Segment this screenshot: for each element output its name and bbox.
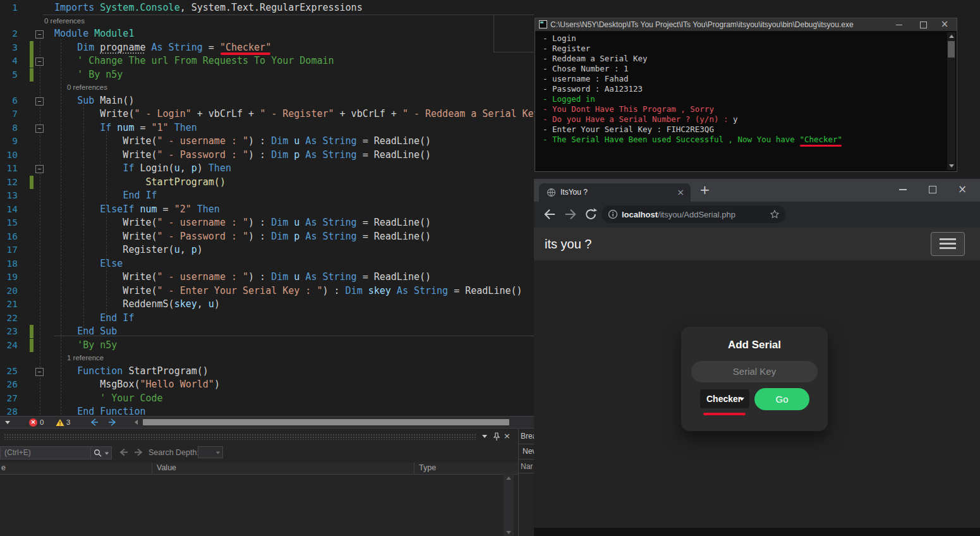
fold-collapse-icon[interactable]: − (35, 97, 44, 106)
fold-collapse-icon[interactable]: − (35, 165, 44, 173)
line-number: 19 (0, 271, 18, 284)
reload-icon[interactable] (584, 207, 598, 221)
divider (519, 459, 535, 460)
code-text: ' Change The url From Requests To Your D… (54, 54, 334, 68)
maximize-button[interactable] (914, 18, 933, 31)
line-number: 1 (0, 1, 18, 15)
search-options-caret-icon (105, 453, 109, 455)
code-text: Write(" - username : ") : Dim u As Strin… (54, 135, 431, 149)
dropdown-caret-icon[interactable] (5, 421, 10, 424)
line-number: 20 (0, 284, 18, 298)
tab-title: ItsYou ? (560, 187, 588, 197)
hamburger-line (940, 247, 956, 249)
close-button[interactable]: × (935, 18, 954, 31)
line-number: 3 (0, 41, 18, 55)
console-line: - username : Fahad (543, 74, 944, 84)
console-line: - Password : Aa123123 (543, 84, 944, 94)
panel-menu-caret-icon[interactable] (482, 435, 487, 438)
browser-tab[interactable]: ItsYou ? × (539, 183, 691, 202)
change-tracking-bar (30, 325, 33, 338)
close-panel-icon[interactable]: × (504, 431, 511, 441)
console-titlebar[interactable]: C:\Users\N5Y\Desktop\ITs You Project\ITs… (535, 18, 957, 31)
address-bar[interactable]: localhost/itsyou/AddSerial.php (602, 205, 785, 223)
watch-back-icon[interactable] (118, 448, 128, 456)
program-select[interactable]: Checker (700, 389, 749, 408)
console-scrollbar[interactable] (947, 32, 955, 170)
desktop: 1Imports System.Console, System.Text.Reg… (0, 0, 980, 536)
site-brand[interactable]: its you ? (545, 236, 591, 252)
watch-search-input[interactable]: (Ctrl+E) (0, 446, 95, 460)
fold-collapse-icon[interactable]: − (35, 58, 44, 66)
code-text: ' By n5y (54, 68, 123, 82)
fold-collapse-icon[interactable]: − (35, 30, 44, 39)
minimize-button[interactable] (890, 18, 909, 31)
code-text: Sub Main() (54, 94, 134, 108)
window-minimize-icon[interactable] (899, 189, 907, 190)
line-number: 27 (0, 392, 18, 406)
code-text: End Sub (54, 325, 117, 339)
tab-close-icon[interactable]: × (677, 187, 684, 197)
search-button[interactable] (90, 446, 112, 460)
red-marker-underline (703, 413, 746, 415)
console-line: - Enter Your Serial Key : FIHC2RE3QG (543, 125, 944, 135)
globe-favicon (547, 188, 556, 197)
code-text: ReddenmS(skey, u) (54, 298, 220, 312)
browser-window: ItsYou ? × + × localhost/itsyou/AddSeria… (534, 179, 980, 536)
back-icon[interactable] (543, 208, 557, 221)
watch-col-value[interactable]: Value (157, 463, 176, 473)
change-tracking-bar (30, 176, 33, 189)
scroll-up-icon (949, 35, 954, 38)
code-text: StartProgram() (54, 176, 226, 190)
navigate-back-icon[interactable] (90, 418, 99, 426)
error-icon[interactable]: ✕ (29, 418, 37, 427)
code-text: Dim progname As String = "Checker" (54, 41, 271, 55)
window-close-icon[interactable]: × (958, 183, 967, 195)
console-line: - Do you Have a Serial Number ? (y/n) : … (543, 114, 944, 125)
code-text: MsgBox("Hello World") (54, 378, 220, 392)
hscroll-left-arrow[interactable] (135, 420, 138, 425)
change-tracking-bar (30, 41, 33, 54)
warning-icon[interactable] (56, 418, 64, 427)
line-number: 7 (0, 107, 18, 121)
forward-icon[interactable] (564, 208, 578, 221)
browser-tab-strip: ItsYou ? × + × (534, 179, 980, 202)
fold-collapse-icon[interactable]: − (35, 125, 44, 133)
search-depth-label: Search Depth: (148, 447, 199, 459)
site-info-icon[interactable] (608, 209, 618, 219)
console-window: C:\Users\N5Y\Desktop\ITs You Project\ITs… (535, 18, 957, 172)
line-number: 17 (0, 243, 18, 257)
code-text: End If (54, 312, 134, 326)
watch-col-name[interactable]: e (1, 463, 6, 473)
bookmark-star-icon[interactable] (770, 209, 780, 219)
line-number: 2 (0, 27, 18, 41)
line-number: 4 (0, 54, 18, 68)
code-text: 'By n5y (54, 339, 117, 353)
line-number: 15 (0, 216, 18, 230)
column-divider[interactable] (152, 463, 152, 474)
search-icon (94, 449, 102, 457)
search-depth-spinner[interactable] (198, 446, 223, 458)
navigate-forward-icon[interactable] (108, 418, 117, 426)
warning-count: 3 (66, 418, 70, 427)
go-button[interactable]: Go (754, 388, 809, 410)
select-caret-icon (739, 398, 744, 401)
line-number: 26 (0, 378, 18, 392)
console-line: - You Dont Have This Program , Sorry (543, 104, 944, 114)
hamburger-menu-button[interactable] (931, 232, 965, 256)
watch-forward-icon[interactable] (134, 448, 144, 456)
fold-collapse-icon[interactable]: − (35, 368, 44, 376)
browser-toolbar: localhost/itsyou/AddSerial.php G ⋮ (534, 202, 980, 228)
serial-key-input[interactable]: Serial Key (691, 361, 818, 382)
breakpoints-title: Brea (521, 431, 535, 441)
pin-icon[interactable] (493, 432, 500, 441)
new-tab-icon[interactable]: + (699, 182, 710, 197)
watch-col-type[interactable]: Type (419, 463, 436, 473)
code-text: Write(" - Login" + vbCrLf + " - Register… (54, 107, 545, 121)
watch-vertical-scrollbar[interactable] (504, 474, 514, 536)
console-output[interactable]: - Login- Register- Reddeam a Serial Key-… (543, 34, 944, 170)
panel-drag-handle[interactable] (4, 434, 476, 440)
column-divider[interactable] (414, 463, 414, 474)
window-maximize-icon[interactable] (929, 186, 936, 193)
horizontal-scrollbar[interactable] (143, 419, 509, 425)
breakpoints-toolbar-new[interactable]: Nev (523, 446, 535, 456)
